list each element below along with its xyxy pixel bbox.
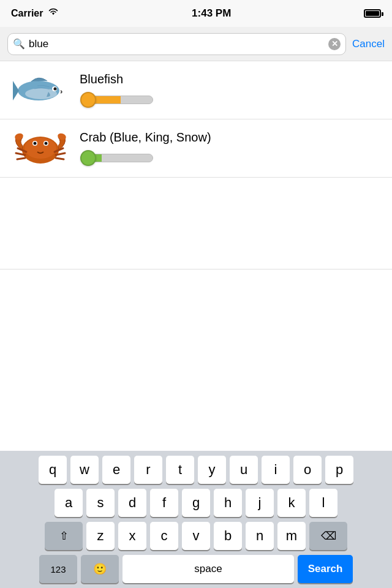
key-f[interactable]: f xyxy=(150,489,178,517)
crab-name: Crab (Blue, King, Snow) xyxy=(80,130,382,145)
space-key[interactable]: space xyxy=(123,555,294,583)
kb-row-1: q w e r t y u i o p xyxy=(2,456,390,484)
search-key[interactable]: Search xyxy=(298,555,353,583)
key-k[interactable]: k xyxy=(277,489,306,517)
keyboard: q w e r t y u i o p a s d f g h j k l ⇧ … xyxy=(0,451,392,588)
battery-icon xyxy=(364,9,381,18)
key-i[interactable]: i xyxy=(262,456,290,484)
svg-point-16 xyxy=(34,141,37,145)
status-bar: Carrier 1:43 PM xyxy=(0,0,392,27)
emoji-key[interactable]: 🙂 xyxy=(81,555,119,583)
cancel-button[interactable]: Cancel xyxy=(352,38,385,50)
bluefish-name: Bluefish xyxy=(80,72,382,86)
bluefish-image xyxy=(10,69,71,111)
key-g[interactable]: g xyxy=(182,489,210,517)
key-h[interactable]: h xyxy=(214,489,242,517)
key-t[interactable]: t xyxy=(166,456,194,484)
svg-marker-1 xyxy=(13,81,19,100)
key-w[interactable]: w xyxy=(70,456,99,484)
crab-info: Crab (Blue, King, Snow) xyxy=(80,130,382,167)
key-b[interactable]: b xyxy=(214,522,242,550)
kb-row-4: 123 🙂 space Search xyxy=(2,555,390,583)
key-o[interactable]: o xyxy=(293,456,322,484)
key-e[interactable]: e xyxy=(102,456,130,484)
key-a[interactable]: a xyxy=(55,489,83,517)
status-left: Carrier xyxy=(11,8,59,19)
key-v[interactable]: v xyxy=(182,522,210,550)
result-item-crab[interactable]: Crab (Blue, King, Snow) xyxy=(0,119,392,178)
key-m[interactable]: m xyxy=(277,522,306,550)
wifi-icon xyxy=(48,8,59,19)
search-glass-icon: 🔍 xyxy=(13,38,25,50)
status-right xyxy=(364,9,381,18)
carrier-label: Carrier xyxy=(11,8,43,19)
key-y[interactable]: y xyxy=(198,456,226,484)
results-list: Bluefish xyxy=(0,61,392,178)
crab-image xyxy=(10,127,71,170)
svg-line-11 xyxy=(17,158,25,159)
key-p[interactable]: p xyxy=(325,456,353,484)
kb-row-2: a s d f g h j k l xyxy=(2,489,390,517)
key-c[interactable]: c xyxy=(150,522,178,550)
key-u[interactable]: u xyxy=(230,456,258,484)
delete-key[interactable]: ⌫ xyxy=(309,522,347,550)
numbers-key[interactable]: 123 xyxy=(39,555,77,583)
key-r[interactable]: r xyxy=(134,456,162,484)
empty-space xyxy=(0,178,392,270)
key-z[interactable]: z xyxy=(86,522,115,550)
svg-point-2 xyxy=(25,88,57,99)
time-display: 1:43 PM xyxy=(192,7,231,20)
kb-row-3: ⇧ z x c v b n m ⌫ xyxy=(2,522,390,550)
crab-meter xyxy=(80,149,153,167)
svg-point-4 xyxy=(54,87,57,90)
key-d[interactable]: d xyxy=(118,489,146,517)
svg-line-14 xyxy=(56,158,64,159)
bluefish-meter xyxy=(80,91,153,108)
result-item-bluefish[interactable]: Bluefish xyxy=(0,61,392,119)
key-x[interactable]: x xyxy=(118,522,146,550)
shift-key[interactable]: ⇧ xyxy=(45,522,83,550)
search-input-wrapper[interactable]: 🔍 ✕ xyxy=(7,33,346,55)
svg-point-6 xyxy=(24,138,56,159)
search-input[interactable] xyxy=(29,38,325,50)
key-j[interactable]: j xyxy=(246,489,274,517)
svg-point-18 xyxy=(45,141,48,145)
key-q[interactable]: q xyxy=(39,456,67,484)
clear-button[interactable]: ✕ xyxy=(328,38,341,50)
key-s[interactable]: s xyxy=(86,489,115,517)
search-bar: 🔍 ✕ Cancel xyxy=(0,27,392,61)
key-n[interactable]: n xyxy=(246,522,274,550)
key-l[interactable]: l xyxy=(309,489,337,517)
bluefish-info: Bluefish xyxy=(80,72,382,108)
